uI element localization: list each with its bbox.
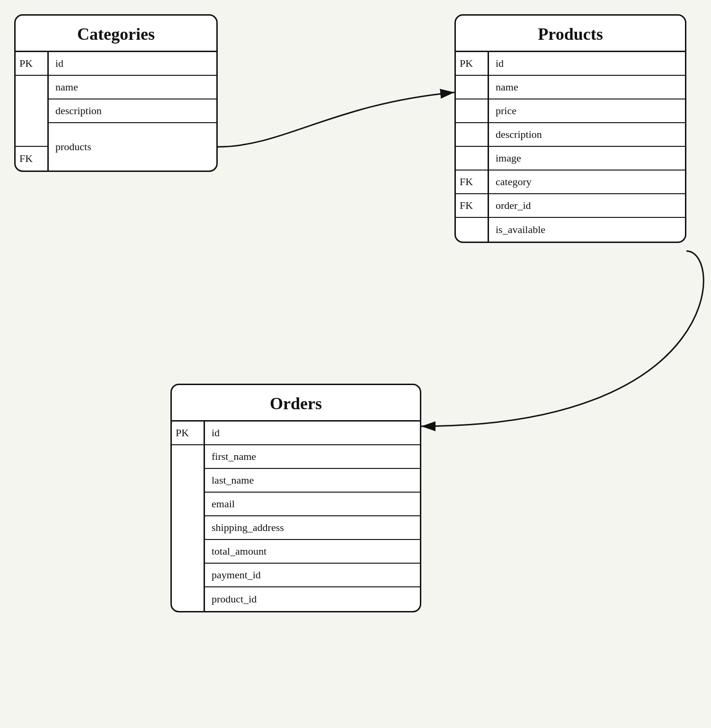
categories-title: Categories — [16, 16, 216, 52]
orders-key-pk: PK — [172, 422, 204, 445]
products-key-col: PK FK FK — [456, 52, 489, 242]
products-field-id: id — [489, 52, 685, 76]
categories-key-1 — [16, 76, 47, 147]
orders-field-id: id — [205, 422, 420, 445]
connection-products-orders — [421, 251, 703, 426]
orders-field-paymentid: payment_id — [205, 564, 420, 587]
products-key-isavail — [456, 218, 488, 242]
categories-key-2: FK — [16, 147, 47, 171]
products-field-orderid: order_id — [489, 194, 685, 218]
connection-categories-products — [218, 92, 454, 147]
table-orders: Orders PK id first_name last_name email … — [170, 384, 421, 612]
products-key-image — [456, 147, 488, 171]
products-field-name: name — [489, 76, 685, 99]
orders-field-productid: product_id — [205, 587, 420, 611]
orders-field-firstname: first_name — [205, 445, 420, 469]
orders-field-total: total_amount — [205, 540, 420, 564]
products-field-isavailable: is_available — [489, 218, 685, 242]
table-categories: Categories PK FK id name description pro… — [14, 14, 218, 172]
products-field-category: category — [489, 171, 685, 194]
products-field-price: price — [489, 99, 685, 123]
categories-field-id: id — [49, 52, 216, 76]
categories-field-description: description — [49, 99, 216, 123]
diagram-container: Categories PK FK id name description pro… — [0, 0, 711, 728]
orders-title: Orders — [172, 385, 420, 422]
table-products: Products PK FK FK id name price descript… — [454, 14, 686, 243]
orders-key-rest — [172, 445, 204, 611]
categories-body: PK FK id name description products — [16, 52, 216, 171]
categories-field-products: products — [49, 123, 216, 171]
products-title: Products — [456, 16, 685, 52]
orders-key-col: PK — [172, 422, 205, 611]
categories-field-name: name — [49, 76, 216, 99]
orders-field-email: email — [205, 493, 420, 516]
products-field-image: image — [489, 147, 685, 171]
products-key-price — [456, 99, 488, 123]
orders-body: PK id first_name last_name email shippin… — [172, 422, 420, 611]
products-key-name — [456, 76, 488, 99]
products-key-pk: PK — [456, 52, 488, 76]
categories-key-0: PK — [16, 52, 47, 76]
products-fields-col: id name price description image category… — [489, 52, 685, 242]
categories-key-col: PK FK — [16, 52, 49, 171]
products-key-desc — [456, 123, 488, 147]
orders-field-lastname: last_name — [205, 469, 420, 493]
orders-field-shipping: shipping_address — [205, 516, 420, 540]
orders-fields-col: id first_name last_name email shipping_a… — [205, 422, 420, 611]
categories-fields-col: id name description products — [49, 52, 216, 171]
products-body: PK FK FK id name price description image… — [456, 52, 685, 242]
products-key-orderid: FK — [456, 194, 488, 218]
products-field-description: description — [489, 123, 685, 147]
products-key-category: FK — [456, 171, 488, 194]
